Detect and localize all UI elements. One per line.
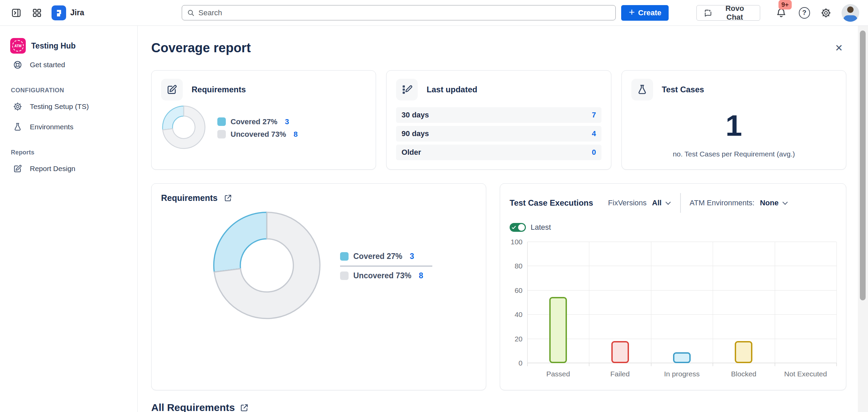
donut-slice-covered [214,212,267,272]
latest-toggle[interactable] [510,223,526,232]
notification-count-badge: 9+ [778,0,792,10]
all-requirements-heading[interactable]: All Requirements [151,402,846,412]
bar-failed[interactable] [611,341,629,363]
settings-button[interactable] [819,5,833,20]
gear-icon [13,102,22,111]
bar-blocked[interactable] [735,341,752,363]
top-navigation-bar: Jira + Create Rovo Chat 9+ ? [0,0,868,26]
coverage-donut-chart-large[interactable] [213,211,321,321]
y-axis-tick: 100 [511,238,522,246]
panel-title: Requirements [161,193,218,203]
test-cases-avg-value: 1 [631,111,836,141]
row-count-link[interactable]: 4 [592,129,596,138]
bar-in-progress[interactable] [673,352,691,363]
chat-sparkle-icon [704,8,712,17]
covered-count-link[interactable]: 3 [410,252,414,261]
testing-hub-logo: ATM [10,38,26,54]
user-avatar[interactable] [842,4,859,22]
sidebar-item-label: Report Design [30,165,75,173]
x-axis-label: Blocked [713,370,774,378]
row-count-link[interactable]: 0 [592,148,596,157]
bar-passed[interactable] [549,297,567,363]
fixversions-dropdown[interactable]: All [652,199,662,207]
latest-toggle-label: Latest [531,223,551,232]
main-content: Coverage report ✕ Requirements [138,26,858,412]
x-axis-label: Not Executed [775,370,836,378]
covered-swatch [217,117,226,126]
y-axis-tick: 40 [515,311,522,319]
sidebar-section-reports: Reports [11,149,129,156]
y-axis-tick: 0 [518,359,522,367]
sidebar: ATM Testing Hub Get started CONFIGURATIO… [0,26,138,412]
fixversions-label: FixVersions [608,199,647,207]
app-title: Testing Hub [31,41,76,51]
coverage-legend: Covered 27% 3 Uncovered 73% 8 [217,114,298,143]
legend-item-uncovered: Uncovered 73% 8 [217,130,298,139]
page-scrollbar [858,26,868,412]
rovo-chat-button[interactable]: Rovo Chat [696,5,760,21]
coverage-legend-large: Covered 27% 3 Uncovered 73% 8 [340,247,432,285]
plus-icon: + [629,7,635,17]
card-title: Test Cases [662,85,704,94]
close-report-button[interactable]: ✕ [832,41,846,55]
x-axis-label: Failed [589,370,651,378]
uncovered-count-link[interactable]: 8 [419,271,423,280]
close-icon: ✕ [835,43,843,53]
requirements-summary-card: Requirements Covered 27% 3 Uncovered 73% [151,70,376,170]
donut-slice-covered [163,106,184,130]
legend-item-uncovered: Uncovered 73% 8 [340,271,432,280]
coverage-donut-chart-small[interactable] [162,105,206,151]
row-count-link[interactable]: 7 [592,111,596,119]
search-bar[interactable] [182,5,616,20]
requirements-panel: Requirements Covered 27% 3 [151,183,486,390]
sidebar-item-testing-setup[interactable]: Testing Setup (TS) [9,97,129,116]
uncovered-count-link[interactable]: 8 [294,130,298,139]
create-button-label: Create [638,8,661,17]
app-switcher-button[interactable] [29,5,44,20]
legend-divider [340,266,432,266]
uncovered-swatch [340,271,349,280]
test-cases-card: Test Cases 1 no. Test Cases per Requirem… [622,70,846,170]
atm-logo-icon: ATM [12,40,24,52]
app-header: ATM Testing Hub [9,38,129,54]
x-axis-label: In progress [651,370,713,378]
help-button[interactable]: ? [799,7,810,19]
panel-collapse-icon [11,7,22,18]
executions-bar-chart[interactable]: 020406080100PassedFailedIn progressBlock… [510,242,836,378]
sidebar-item-label: Testing Setup (TS) [30,102,89,111]
uncovered-swatch [217,130,226,138]
page-title: Coverage report [151,41,251,55]
flask-icon [13,122,22,132]
last-updated-row-older: Older 0 [396,145,601,160]
sidebar-item-report-design[interactable]: Report Design [9,160,129,178]
sidebar-item-environments[interactable]: Environments [9,118,129,136]
life-ring-icon [13,60,22,70]
chevron-down-icon[interactable] [666,199,671,205]
collapse-sidebar-button[interactable] [9,5,23,20]
sidebar-section-configuration: CONFIGURATION [11,87,129,94]
app-grid-icon [32,7,42,18]
card-title: Requirements [192,85,246,94]
notifications-button[interactable]: 9+ [774,5,789,20]
list-edit-icon [396,79,418,100]
external-link-icon[interactable] [224,194,232,202]
last-updated-row-90-days: 90 days 4 [396,126,601,142]
jira-logo[interactable] [52,5,66,20]
x-axis-label: Passed [527,370,589,378]
edit-pencil-icon [13,164,22,173]
brand-name: Jira [70,8,84,17]
scrollbar-thumb[interactable] [860,31,866,300]
atm-environments-dropdown[interactable]: None [760,199,778,207]
last-updated-row-30-days: 30 days 7 [396,107,601,123]
panel-title: Test Case Executions [510,198,593,208]
y-axis-tick: 60 [515,286,522,295]
last-updated-card: Last updated 30 days 7 90 days 4 Older 0 [386,70,611,170]
covered-count-link[interactable]: 3 [285,117,289,126]
sidebar-item-get-started[interactable]: Get started [9,56,129,74]
search-input[interactable] [198,8,611,17]
rovo-chat-label: Rovo Chat [716,4,753,22]
legend-item-covered: Covered 27% 3 [217,117,298,126]
chevron-down-icon[interactable] [783,199,788,205]
gear-icon [821,7,831,18]
create-button[interactable]: + Create [621,5,669,21]
